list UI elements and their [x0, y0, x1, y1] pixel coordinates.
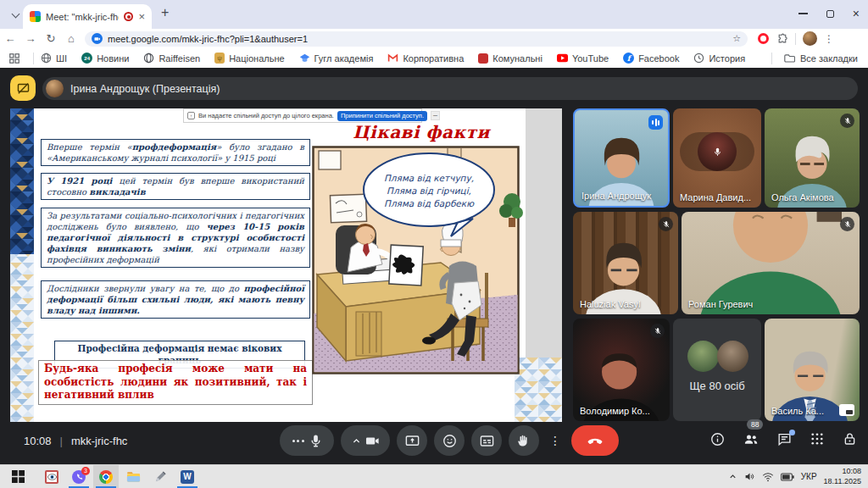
participant-tile[interactable]: Haluziak Vasyl [573, 212, 678, 314]
window-minimize-button[interactable] [798, 13, 808, 14]
chevron-up-icon[interactable] [350, 435, 363, 447]
more-options-button[interactable]: ⋮ [546, 425, 565, 456]
viber-badge: 3 [81, 467, 90, 475]
raise-hand-button[interactable] [509, 425, 539, 456]
participant-tile[interactable]: Володимир Ко... [573, 319, 670, 421]
bookmark-item-facebook[interactable]: f Facebook [623, 53, 679, 64]
picture-in-picture-icon [839, 404, 854, 416]
extensions-icon[interactable] [777, 33, 788, 44]
pen-app-icon [154, 470, 167, 483]
windows-logo-icon [12, 470, 25, 483]
window-maximize-button[interactable] [826, 10, 834, 18]
keyboard-language[interactable]: УКР [801, 472, 817, 481]
bookmark-label: Новини [97, 53, 129, 64]
host-controls-button[interactable] [842, 431, 858, 447]
wifi-icon[interactable] [762, 472, 774, 482]
taskbar-app-editor[interactable] [147, 465, 173, 488]
bookmark-item-national[interactable]: ψ Національне [214, 53, 284, 64]
more-audio-options-icon[interactable] [292, 440, 304, 442]
tray-chevron-icon[interactable] [728, 472, 737, 481]
profile-avatar[interactable] [803, 31, 817, 46]
file-explorer-icon [126, 471, 141, 483]
chrome-icon [99, 470, 113, 484]
opera-extension-icon[interactable] [758, 33, 769, 44]
meeting-panels: 88 [709, 430, 858, 447]
participant-name: Василь Ка... [771, 406, 824, 416]
participant-tile[interactable]: Василь Ка... [765, 319, 860, 421]
back-button[interactable]: ← [0, 32, 20, 45]
stop-sharing-button[interactable]: Припинити спільний доступ. [337, 111, 427, 121]
apps-grid-icon[interactable] [8, 53, 19, 64]
participant-tile[interactable]: Ірина Андрощук [573, 108, 670, 208]
participant-tile[interactable]: Марина Давид... [673, 108, 761, 208]
meeting-details-button[interactable] [709, 431, 726, 447]
participants-button[interactable]: 88 [743, 430, 760, 447]
taskbar-app-viewer[interactable] [39, 465, 64, 488]
folder-icon [784, 53, 795, 63]
present-screen-button[interactable] [397, 425, 427, 456]
mic-button[interactable] [280, 425, 334, 456]
battery-icon[interactable] [781, 473, 794, 481]
browser-toolbar: ← → ↻ ⌂ meet.google.com/mkk-jric-fhc?pli… [0, 29, 868, 48]
all-bookmarks-button[interactable]: Все закладки [765, 53, 868, 64]
presenter-banner[interactable]: Ірина Андрощук (Презентація) [42, 77, 858, 100]
camera-icon [364, 433, 381, 449]
bookmark-item-scholar[interactable]: Гугл академія [299, 53, 374, 64]
chat-button[interactable] [776, 431, 793, 447]
reactions-button[interactable] [434, 425, 465, 456]
bookmark-label: Raiffeisen [159, 53, 200, 64]
taskbar-clock[interactable]: 10:08 18.11.2025 [824, 467, 861, 486]
reload-button[interactable]: ↻ [41, 32, 61, 45]
taskbar-app-explorer[interactable] [120, 465, 146, 488]
browser-menu-icon[interactable]: ⋮ [824, 33, 834, 45]
taskbar-app-chrome[interactable] [93, 465, 119, 488]
bookmark-item-news[interactable]: 24 Новини [81, 53, 129, 64]
home-button[interactable]: ⌂ [61, 32, 81, 45]
trident-icon: ψ [214, 53, 225, 64]
forward-button[interactable]: → [20, 32, 41, 45]
bookmark-item-shi[interactable]: ШІ [41, 53, 67, 64]
bookmark-item-history[interactable]: История [693, 53, 745, 64]
mic-off-icon [659, 217, 673, 231]
participant-name: Haluziak Vasyl [580, 299, 640, 309]
bookmark-item-raiffeisen[interactable]: Raiffeisen [143, 53, 200, 64]
bookmark-item-gmail[interactable]: Корпоративна [387, 53, 464, 64]
participant-avatar [717, 341, 748, 372]
tab-close-icon[interactable]: × [138, 11, 145, 22]
svg-text:Пляма від барбекю: Пляма від барбекю [384, 198, 475, 209]
meeting-time: 10:08 [24, 435, 52, 447]
chevron-down-icon [12, 9, 20, 18]
captions-button[interactable] [471, 425, 502, 456]
bookmark-label: ШІ [56, 53, 67, 64]
tab-search-button[interactable] [8, 7, 24, 23]
camera-button[interactable] [341, 425, 390, 456]
browser-tab[interactable]: Meet: "mkk-jric-fhc" × [23, 4, 152, 29]
present-screen-icon [404, 433, 420, 449]
bookmark-item-youtube[interactable]: YouTube [557, 53, 609, 64]
bookmark-star-icon[interactable]: ☆ [732, 33, 741, 44]
participant-name: Роман Гуревич [688, 299, 753, 309]
participant-tile[interactable]: Роман Гуревич [682, 212, 860, 314]
taskbar-app-word[interactable]: W [175, 465, 200, 488]
bookmark-item-utilities[interactable]: Комунальні [478, 53, 542, 64]
globe-icon [41, 53, 52, 64]
share-banner-minimize-button[interactable]: – [431, 111, 440, 120]
presentation-paused-button[interactable] [10, 75, 36, 101]
new-tab-button[interactable]: + [161, 5, 169, 20]
meeting-code: mkk-jric-fhc [71, 435, 127, 447]
end-call-button[interactable] [571, 425, 619, 456]
participant-tile[interactable]: Ольга Акімова [765, 108, 860, 208]
window-close-button[interactable]: × [853, 8, 860, 19]
recording-indicator-icon [124, 12, 133, 21]
slide-textbox-6: Будь-яка професія може мати на особистіс… [38, 360, 313, 405]
overflow-participants-tile[interactable]: Ще 80 осіб [673, 319, 761, 421]
start-button[interactable] [5, 465, 31, 488]
volume-icon[interactable] [744, 471, 755, 482]
present-off-icon [16, 81, 31, 96]
viber-icon: 3 [72, 470, 86, 484]
slide-textbox-4: Дослідники звернули увагу на те, що до п… [41, 280, 310, 319]
activities-button[interactable] [810, 431, 825, 446]
taskbar-app-viber[interactable]: 3 [66, 465, 92, 488]
address-bar[interactable]: meet.google.com/mkk-jric-fhc?pli=1&authu… [85, 31, 748, 47]
slide-textbox-3: За результатами соціально-психологічних … [41, 208, 310, 268]
